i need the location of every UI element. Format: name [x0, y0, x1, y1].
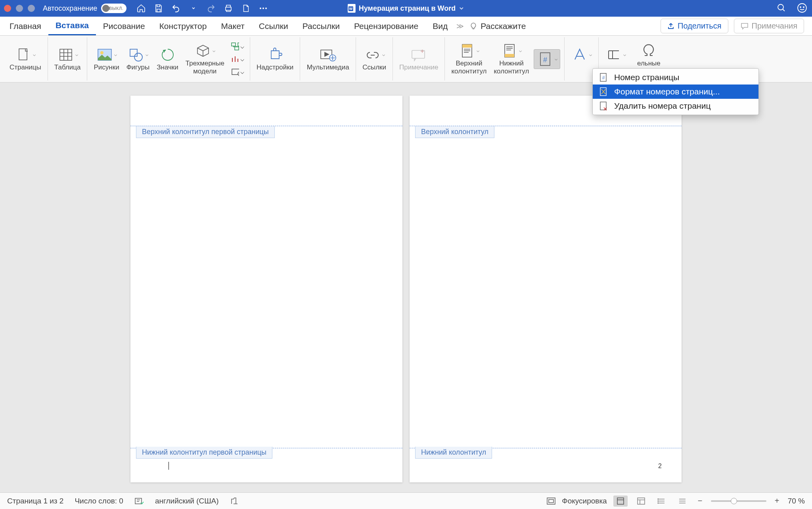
page-2[interactable]: Верхний колонтитул Нижний колонтитул 2: [410, 96, 682, 482]
page2-footer-tag[interactable]: Нижний колонтитул: [415, 447, 492, 459]
view-outline[interactable]: [655, 496, 669, 507]
tab-home[interactable]: Главная: [2, 17, 48, 35]
undo-icon[interactable]: [171, 3, 181, 13]
header-button[interactable]: ⌵ Верхний колонтитул: [449, 41, 489, 77]
page2-number: 2: [658, 463, 662, 470]
text-elements-button[interactable]: ⌵: [569, 45, 594, 73]
addins-button[interactable]: Надстройки: [254, 45, 296, 73]
autosave-label: Автосохранение: [43, 4, 97, 13]
search-icon[interactable]: [776, 3, 787, 14]
save-icon[interactable]: [153, 3, 164, 13]
tab-layout[interactable]: Макет: [214, 17, 251, 35]
pages-button[interactable]: ⌵ Страницы: [7, 45, 44, 73]
svg-point-43: [658, 503, 659, 503]
svg-point-42: [658, 501, 659, 501]
autosave-state: ВЫКЛ.: [109, 6, 123, 11]
remove-page-number-icon: [599, 101, 609, 111]
svg-point-14: [100, 51, 103, 54]
3d-models-button[interactable]: ⌵ Трехмерные модели: [183, 41, 227, 77]
autosave-toggle[interactable]: ВЫКЛ.: [101, 4, 126, 13]
icons-button[interactable]: Значки: [154, 45, 181, 73]
tab-view[interactable]: Вид: [425, 17, 455, 35]
chart-button[interactable]: ⌵: [231, 54, 244, 64]
new-doc-icon[interactable]: [241, 3, 251, 13]
table-button[interactable]: ⌵ Таблица: [52, 45, 83, 73]
svg-point-3: [265, 8, 267, 9]
document-title[interactable]: W Нумерация страниц в Word: [348, 4, 464, 13]
svg-rect-18: [238, 43, 239, 46]
statusbar: Страница 1 из 2 Число слов: 0 английский…: [0, 492, 812, 509]
more-icon[interactable]: [258, 3, 268, 13]
shapes-button[interactable]: ⌵ Фигуры: [124, 45, 152, 73]
close-window[interactable]: [4, 5, 11, 12]
menu-page-number[interactable]: # Номер страницы: [593, 70, 758, 85]
feedback-icon[interactable]: [797, 3, 808, 14]
pictures-button[interactable]: ⌵ Рисунки: [91, 45, 121, 73]
minimize-window[interactable]: [16, 5, 23, 12]
zoom-in[interactable]: +: [773, 497, 781, 505]
svg-text:W: W: [349, 7, 353, 11]
svg-rect-27: [462, 44, 472, 48]
svg-rect-38: [549, 499, 553, 503]
tab-design[interactable]: Конструктор: [152, 17, 214, 35]
lightbulb-icon: [469, 22, 477, 30]
smartart-chart-screenshot: ⌵ ⌵ ⌵: [229, 41, 246, 77]
tell-me[interactable]: Расскажите: [469, 21, 526, 31]
status-words[interactable]: Число слов: 0: [75, 497, 123, 505]
screenshot-button[interactable]: ⌵: [231, 67, 244, 77]
status-page[interactable]: Страница 1 из 2: [7, 497, 63, 505]
links-button[interactable]: ⌵ Ссылки: [360, 45, 389, 73]
chevron-down-icon[interactable]: [459, 6, 464, 11]
svg-rect-15: [130, 49, 137, 56]
page1-header-tag[interactable]: Верхний колонтитул первой страницы: [136, 126, 275, 138]
quick-access-toolbar: [136, 3, 268, 13]
page1-footer-tag[interactable]: Нижний колонтитул первой страницы: [136, 447, 272, 459]
svg-point-7: [778, 4, 783, 10]
page2-header-tag[interactable]: Верхний колонтитул: [415, 126, 494, 138]
menu-format-page-numbers[interactable]: Формат номеров страниц...: [593, 85, 758, 99]
svg-point-16: [134, 53, 142, 61]
svg-rect-37: [547, 498, 555, 504]
smartart-button[interactable]: ⌵: [231, 41, 244, 52]
page-number-button[interactable]: #⌵: [534, 49, 560, 69]
ribbon-tabs: Главная Вставка Рисование Конструктор Ма…: [0, 17, 812, 36]
home-icon[interactable]: [136, 3, 146, 13]
tab-references[interactable]: Ссылки: [252, 17, 295, 35]
status-language[interactable]: английский (США): [155, 497, 219, 505]
tab-draw[interactable]: Рисование: [96, 17, 152, 35]
zoom-out[interactable]: −: [696, 497, 705, 505]
zoom-slider[interactable]: [711, 500, 766, 502]
view-draft[interactable]: [675, 496, 689, 507]
accessibility-icon[interactable]: [230, 497, 239, 505]
zoom-level[interactable]: 70 %: [788, 497, 805, 505]
print-icon[interactable]: [223, 3, 234, 13]
media-button[interactable]: Мультимедиа: [304, 45, 352, 73]
svg-rect-17: [232, 43, 236, 46]
tabs-overflow-icon[interactable]: ≫: [456, 22, 464, 31]
undo-dropdown-icon[interactable]: [188, 3, 199, 13]
menu-remove-page-numbers[interactable]: Удалить номера страниц: [593, 99, 758, 113]
tab-review[interactable]: Рецензирование: [347, 17, 425, 35]
svg-rect-40: [638, 498, 645, 504]
view-web-layout[interactable]: [634, 496, 648, 507]
view-print-layout[interactable]: [613, 496, 628, 507]
page-1[interactable]: Верхний колонтитул первой страницы Нижни…: [130, 96, 402, 482]
tab-insert[interactable]: Вставка: [48, 17, 96, 35]
zoom-window[interactable]: [28, 5, 35, 12]
text-cursor: [169, 462, 169, 470]
comments-button[interactable]: Примечания: [734, 19, 804, 33]
svg-point-9: [800, 7, 801, 8]
autosave: Автосохранение ВЫКЛ.: [43, 4, 126, 13]
svg-point-1: [260, 8, 261, 9]
svg-point-8: [798, 4, 806, 12]
tab-mailings[interactable]: Рассылки: [295, 17, 347, 35]
document-canvas[interactable]: Верхний колонтитул первой страницы Нижни…: [0, 83, 812, 492]
footer-button[interactable]: ⌵ Нижний колонтитул: [491, 41, 531, 77]
svg-rect-12: [60, 49, 72, 60]
spellcheck-icon[interactable]: [134, 497, 144, 505]
redo-icon[interactable]: [206, 3, 216, 13]
focus-mode-icon[interactable]: [547, 497, 555, 505]
status-focus[interactable]: Фокусировка: [562, 497, 607, 505]
svg-rect-36: [135, 498, 142, 504]
share-button[interactable]: Поделиться: [661, 19, 728, 33]
